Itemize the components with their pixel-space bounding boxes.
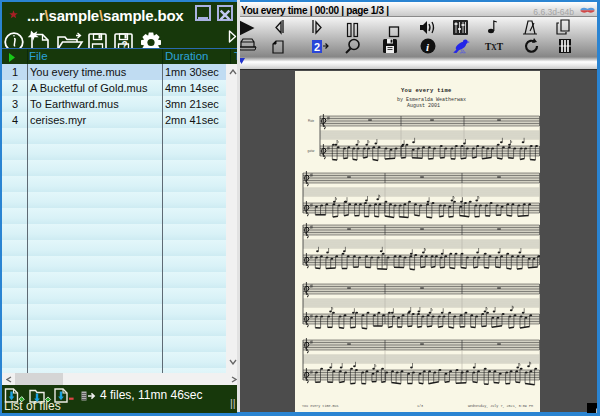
svg-text:You every time.mus: You every time.mus	[302, 404, 339, 408]
svg-text:Flute: Flute	[308, 119, 315, 123]
svg-text:TXT: TXT	[485, 42, 504, 52]
svg-text:Wednesday, July 7, 2021, 5:09: Wednesday, July 7, 2021, 5:09 PM	[468, 404, 533, 408]
svg-text:by Esmeralda Weatherwax: by Esmeralda Weatherwax	[397, 97, 466, 103]
svg-text:guitar: guitar	[308, 149, 315, 153]
svg-text:2: 2	[314, 41, 320, 53]
svg-text:August 2001: August 2001	[407, 103, 440, 109]
svg-text:You every time: You every time	[401, 87, 452, 94]
svg-text:1/3: 1/3	[417, 404, 423, 408]
